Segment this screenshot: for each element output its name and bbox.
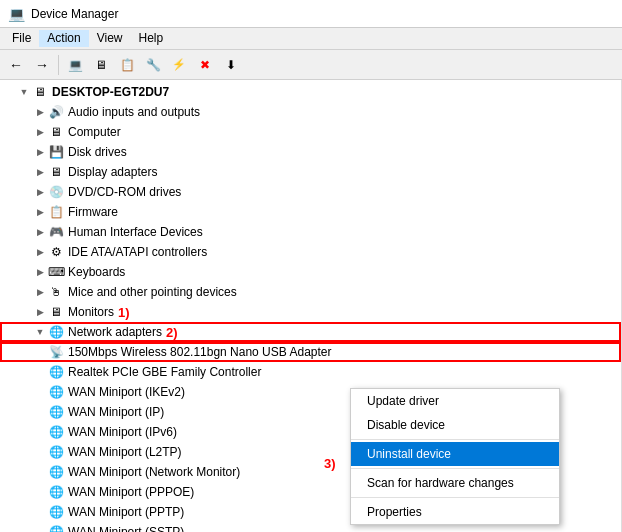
net10-icon: 🌐 xyxy=(48,524,64,532)
context-scan[interactable]: Scan for hardware changes xyxy=(351,471,559,495)
net1-label: 150Mbps Wireless 802.11bgn Nano USB Adap… xyxy=(68,345,332,359)
ide-icon: ⚙ xyxy=(48,244,64,260)
net1-icon: 📡 xyxy=(48,344,64,360)
keyboards-label: Keyboards xyxy=(68,265,125,279)
display-label: Display adapters xyxy=(68,165,157,179)
toggle-hid[interactable]: ▶ xyxy=(32,224,48,240)
toolbar-sep1 xyxy=(58,55,59,75)
disk-label: Disk drives xyxy=(68,145,127,159)
hid-label: Human Interface Devices xyxy=(68,225,203,239)
firmware-label: Firmware xyxy=(68,205,118,219)
app-icon: 💻 xyxy=(8,6,25,22)
disk-icon: 💾 xyxy=(48,144,64,160)
toolbar-forward[interactable]: → xyxy=(30,53,54,77)
dvd-label: DVD/CD-ROM drives xyxy=(68,185,181,199)
toggle-disk[interactable]: ▶ xyxy=(32,144,48,160)
net3-icon: 🌐 xyxy=(48,384,64,400)
tree-item-firmware[interactable]: ▶ 📋 Firmware xyxy=(0,202,621,222)
tree-item-hid[interactable]: ▶ 🎮 Human Interface Devices xyxy=(0,222,621,242)
net2-label: Realtek PCIe GBE Family Controller xyxy=(68,365,261,379)
monitors-label: Monitors xyxy=(68,305,114,319)
tree-item-monitors[interactable]: ▶ 🖥 Monitors 1) xyxy=(0,302,621,322)
dvd-icon: 💿 xyxy=(48,184,64,200)
net7-label: WAN Miniport (Network Monitor) xyxy=(68,465,240,479)
toolbar-computer[interactable]: 💻 xyxy=(63,53,87,77)
tree-item-keyboards[interactable]: ▶ ⌨ Keyboards xyxy=(0,262,621,282)
toolbar-download[interactable]: ⬇ xyxy=(219,53,243,77)
app-title: Device Manager xyxy=(31,7,118,21)
tree-item-network[interactable]: ▼ 🌐 Network adapters 2) xyxy=(0,322,621,342)
computer-label: Computer xyxy=(68,125,121,139)
net8-label: WAN Miniport (PPPOE) xyxy=(68,485,194,499)
context-sep3 xyxy=(351,497,559,498)
firmware-icon: 📋 xyxy=(48,204,64,220)
toggle-dvd[interactable]: ▶ xyxy=(32,184,48,200)
root-label: DESKTOP-EGT2DU7 xyxy=(52,85,169,99)
tree-item-net1[interactable]: 📡 150Mbps Wireless 802.11bgn Nano USB Ad… xyxy=(0,342,621,362)
net8-icon: 🌐 xyxy=(48,484,64,500)
net9-icon: 🌐 xyxy=(48,504,64,520)
root-toggle[interactable]: ▼ xyxy=(16,84,32,100)
context-disable[interactable]: Disable device xyxy=(351,413,559,437)
context-sep1 xyxy=(351,439,559,440)
mice-label: Mice and other pointing devices xyxy=(68,285,237,299)
main-content: ▼ 🖥 DESKTOP-EGT2DU7 ▶ 🔊 Audio inputs and… xyxy=(0,80,622,532)
net6-label: WAN Miniport (L2TP) xyxy=(68,445,182,459)
toggle-keyboards[interactable]: ▶ xyxy=(32,264,48,280)
toggle-monitors[interactable]: ▶ xyxy=(32,304,48,320)
menu-file[interactable]: File xyxy=(4,30,39,47)
tree-item-dvd[interactable]: ▶ 💿 DVD/CD-ROM drives xyxy=(0,182,621,202)
tree-item-net2[interactable]: 🌐 Realtek PCIe GBE Family Controller xyxy=(0,362,621,382)
network-icon: 🌐 xyxy=(48,324,64,340)
toolbar-show-hidden[interactable]: 🖥 xyxy=(89,53,113,77)
net4-label: WAN Miniport (IP) xyxy=(68,405,164,419)
toggle-display[interactable]: ▶ xyxy=(32,164,48,180)
toolbar-back[interactable]: ← xyxy=(4,53,28,77)
tree-item-mice[interactable]: ▶ 🖱 Mice and other pointing devices xyxy=(0,282,621,302)
menu-action[interactable]: Action xyxy=(39,30,88,47)
tree-item-disk[interactable]: ▶ 💾 Disk drives xyxy=(0,142,621,162)
context-uninstall[interactable]: Uninstall device xyxy=(351,442,559,466)
net6-icon: 🌐 xyxy=(48,444,64,460)
annotation-1: 1) xyxy=(118,305,130,320)
root-icon: 🖥 xyxy=(32,84,48,100)
context-update[interactable]: Update driver xyxy=(351,389,559,413)
tree-item-audio[interactable]: ▶ 🔊 Audio inputs and outputs xyxy=(0,102,621,122)
toggle-mice[interactable]: ▶ xyxy=(32,284,48,300)
net2-icon: 🌐 xyxy=(48,364,64,380)
net9-label: WAN Miniport (PPTP) xyxy=(68,505,184,519)
device-tree[interactable]: ▼ 🖥 DESKTOP-EGT2DU7 ▶ 🔊 Audio inputs and… xyxy=(0,80,622,532)
toolbar-update[interactable]: 🔧 xyxy=(141,53,165,77)
audio-icon: 🔊 xyxy=(48,104,64,120)
toggle-firmware[interactable]: ▶ xyxy=(32,204,48,220)
toggle-network[interactable]: ▼ xyxy=(32,324,48,340)
net4-icon: 🌐 xyxy=(48,404,64,420)
tree-item-computer[interactable]: ▶ 🖥 Computer xyxy=(0,122,621,142)
menu-bar: File Action View Help xyxy=(0,28,622,50)
toolbar-uninstall[interactable]: ✖ xyxy=(193,53,217,77)
net10-label: WAN Miniport (SSTP) xyxy=(68,525,184,532)
mice-icon: 🖱 xyxy=(48,284,64,300)
net5-label: WAN Miniport (IPv6) xyxy=(68,425,177,439)
toggle-audio[interactable]: ▶ xyxy=(32,104,48,120)
tree-root[interactable]: ▼ 🖥 DESKTOP-EGT2DU7 xyxy=(0,82,621,102)
toolbar: ← → 💻 🖥 📋 🔧 ⚡ ✖ ⬇ xyxy=(0,50,622,80)
tree-item-ide[interactable]: ▶ ⚙ IDE ATA/ATAPI controllers xyxy=(0,242,621,262)
context-menu: Update driver Disable device Uninstall d… xyxy=(350,388,560,525)
context-sep2 xyxy=(351,468,559,469)
display-icon: 🖥 xyxy=(48,164,64,180)
toolbar-scan[interactable]: ⚡ xyxy=(167,53,191,77)
toolbar-show-resources[interactable]: 📋 xyxy=(115,53,139,77)
toggle-ide[interactable]: ▶ xyxy=(32,244,48,260)
tree-item-display[interactable]: ▶ 🖥 Display adapters xyxy=(0,162,621,182)
menu-help[interactable]: Help xyxy=(131,30,172,47)
monitors-icon: 🖥 xyxy=(48,304,64,320)
context-properties[interactable]: Properties xyxy=(351,500,559,524)
computer-icon: 🖥 xyxy=(48,124,64,140)
net5-icon: 🌐 xyxy=(48,424,64,440)
net7-icon: 🌐 xyxy=(48,464,64,480)
menu-view[interactable]: View xyxy=(89,30,131,47)
toggle-computer[interactable]: ▶ xyxy=(32,124,48,140)
network-label: Network adapters xyxy=(68,325,162,339)
net3-label: WAN Miniport (IKEv2) xyxy=(68,385,185,399)
